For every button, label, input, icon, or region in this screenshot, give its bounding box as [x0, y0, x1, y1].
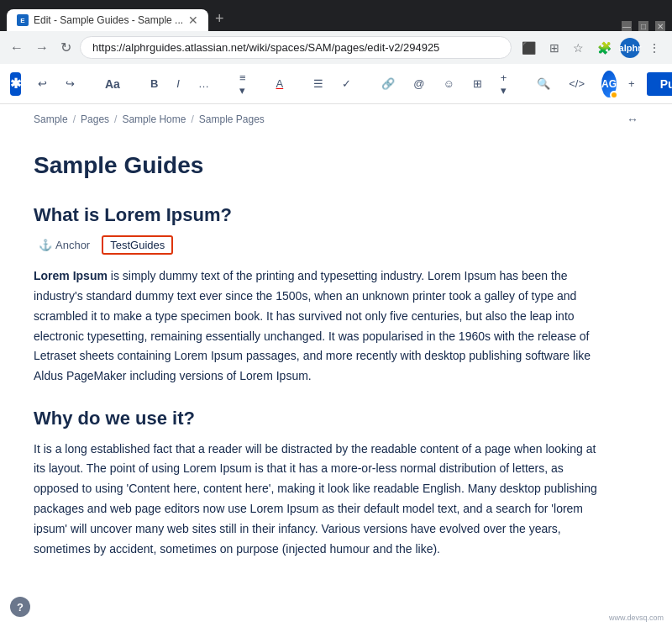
- new-tab-button[interactable]: +: [208, 7, 231, 31]
- avatar-initials: AG: [601, 78, 617, 90]
- page-title: Sample Guides: [34, 151, 605, 180]
- extensions-icon[interactable]: 🧩: [592, 38, 617, 58]
- section-2: Why do we use it? It is a long establish…: [34, 407, 605, 559]
- maximize-button[interactable]: □: [638, 21, 648, 31]
- breadcrumb-sample[interactable]: Sample: [34, 113, 68, 125]
- breadcrumb: Sample / Pages / Sample Home / Sample Pa…: [0, 104, 672, 134]
- italic-button[interactable]: I: [170, 74, 186, 93]
- forward-button[interactable]: →: [32, 37, 52, 59]
- table-button[interactable]: ⊞: [466, 74, 489, 93]
- emoji-button[interactable]: ☺: [436, 74, 460, 93]
- tab-bar: E Edit - Sample Guides - Sample ... ✕ +: [7, 7, 622, 31]
- browser-icons: ⬛ ⊞ ☆ 🧩 alphr ⋮: [517, 38, 665, 58]
- cast-icon[interactable]: ⬛: [517, 38, 541, 58]
- anchor-icon: ⚓: [39, 239, 52, 251]
- grid-icon[interactable]: ⊞: [544, 38, 564, 58]
- help-icon: ?: [17, 601, 24, 614]
- text-color-button[interactable]: A: [270, 74, 291, 93]
- search-toolbar-button[interactable]: 🔍: [530, 74, 557, 93]
- link-button[interactable]: 🔗: [375, 74, 402, 93]
- refresh-button[interactable]: ↻: [57, 36, 75, 59]
- minimize-button[interactable]: —: [622, 21, 632, 31]
- user-avatar[interactable]: AG: [601, 71, 617, 97]
- bold-button[interactable]: B: [144, 74, 165, 93]
- active-tab[interactable]: E Edit - Sample Guides - Sample ... ✕: [7, 9, 208, 31]
- star-icon[interactable]: ☆: [568, 38, 589, 58]
- section-1-heading: What is Lorem Ipsum?: [34, 203, 605, 228]
- mention-button[interactable]: @: [407, 74, 431, 93]
- section-1-body-text: is simply dummy text of the printing and…: [34, 269, 591, 382]
- more-text-button[interactable]: …: [192, 74, 216, 93]
- breadcrumb-pages[interactable]: Pages: [81, 113, 109, 125]
- lorem-ipsum-bold: Lorem Ipsum: [34, 269, 108, 282]
- page-area: Sample / Pages / Sample Home / Sample Pa…: [0, 104, 672, 627]
- breadcrumb-sep-1: /: [73, 113, 76, 125]
- close-window-button[interactable]: ✕: [655, 21, 665, 31]
- test-guides-tag[interactable]: TestGuides: [102, 235, 173, 255]
- text-format-button[interactable]: Aa: [98, 74, 127, 94]
- help-button[interactable]: ?: [10, 597, 30, 617]
- anchor-label: Anchor: [55, 239, 90, 251]
- watermark: www.devsq.com: [609, 614, 664, 622]
- window-controls: — □ ✕: [622, 21, 665, 31]
- browser-profile-label: alphr: [619, 43, 642, 53]
- app-toolbar: ✱ ↩ ↪ Aa B I … ≡ ▾ A ☰ ✓ 🔗 @ ☺ ⊞ + ▾ 🔍 <…: [0, 64, 672, 104]
- avatar-badge: [610, 91, 618, 99]
- code-button[interactable]: </>: [562, 74, 591, 93]
- section-2-body: It is a long established fact that a rea…: [34, 440, 605, 560]
- tab-close-icon[interactable]: ✕: [188, 14, 198, 26]
- insert-button[interactable]: + ▾: [494, 68, 514, 100]
- anchor-button[interactable]: ⚓ Anchor: [34, 237, 95, 253]
- anchor-tag-row: ⚓ Anchor TestGuides: [34, 235, 605, 255]
- tab-favicon: E: [17, 14, 29, 26]
- breadcrumb-sample-pages[interactable]: Sample Pages: [199, 113, 265, 125]
- section-2-heading: Why do we use it?: [34, 407, 605, 431]
- breadcrumb-sep-2: /: [114, 113, 117, 125]
- editor-content: Sample Guides What is Lorem Ipsum? ⚓ Anc…: [0, 134, 638, 613]
- breadcrumb-sep-3: /: [191, 113, 193, 125]
- checklist-button[interactable]: ✓: [335, 74, 358, 93]
- breadcrumb-nav-arrows[interactable]: ↔: [627, 113, 638, 126]
- browser-profile-icon[interactable]: alphr: [620, 38, 640, 58]
- plus-button[interactable]: +: [622, 74, 642, 93]
- align-button[interactable]: ≡ ▾: [233, 68, 253, 100]
- tab-title: Edit - Sample Guides - Sample ...: [34, 14, 183, 26]
- section-1-body: Lorem Ipsum is simply dummy text of the …: [34, 266, 605, 387]
- browser-chrome: E Edit - Sample Guides - Sample ... ✕ + …: [0, 0, 672, 31]
- publish-button[interactable]: Publish: [647, 72, 672, 96]
- app-logo[interactable]: ✱: [10, 72, 21, 96]
- lists-button[interactable]: ☰: [307, 74, 330, 93]
- back-button[interactable]: ←: [7, 37, 27, 59]
- breadcrumb-sample-home[interactable]: Sample Home: [122, 113, 186, 125]
- address-bar-row: ← → ↻ ⬛ ⊞ ☆ 🧩 alphr ⋮: [0, 31, 672, 64]
- browser-menu-icon[interactable]: ⋮: [643, 38, 665, 58]
- address-input[interactable]: [80, 36, 512, 59]
- redo-button[interactable]: ↪: [59, 74, 81, 93]
- undo-button[interactable]: ↩: [31, 74, 54, 93]
